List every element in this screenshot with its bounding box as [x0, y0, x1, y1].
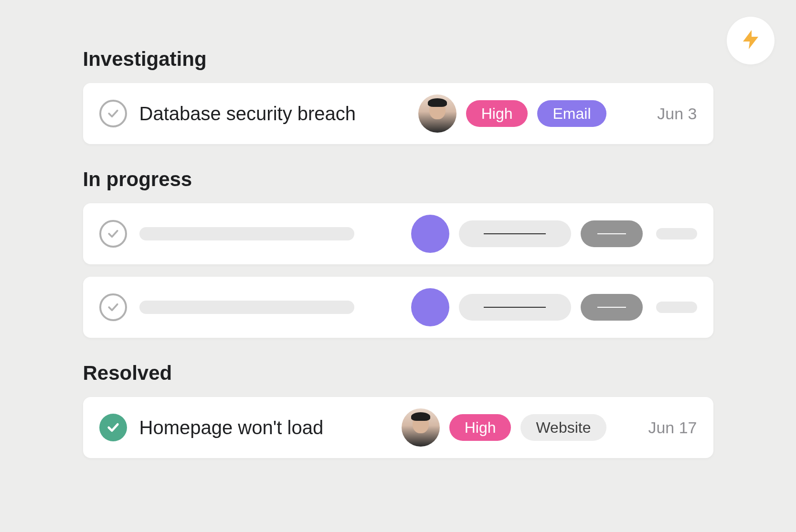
complete-task-button[interactable]: [99, 293, 127, 321]
category-pill[interactable]: Website: [520, 414, 606, 441]
priority-pill-placeholder: [459, 294, 571, 321]
priority-pill[interactable]: High: [466, 100, 528, 127]
section-heading: In progress: [83, 168, 713, 191]
task-title-placeholder: [139, 227, 354, 240]
priority-pill[interactable]: High: [449, 414, 511, 441]
priority-pill-placeholder: [459, 220, 571, 247]
task-row-placeholder[interactable]: [83, 277, 713, 338]
section-investigating: Investigating Database security breach H…: [83, 48, 713, 144]
section-heading: Resolved: [83, 362, 713, 385]
rules-button[interactable]: [727, 17, 775, 64]
assignee-avatar-placeholder: [411, 215, 449, 253]
task-date-placeholder: [656, 302, 697, 313]
task-date-placeholder: [656, 228, 697, 240]
task-date: Jun 3: [626, 104, 697, 123]
task-title-placeholder: [139, 301, 354, 314]
complete-task-button[interactable]: [99, 100, 127, 127]
task-board: Investigating Database security breach H…: [83, 48, 713, 458]
task-row-placeholder[interactable]: [83, 203, 713, 264]
assignee-avatar-placeholder: [411, 288, 449, 326]
section-in-progress: In progress: [83, 168, 713, 338]
lightning-icon: [739, 28, 762, 53]
category-pill[interactable]: Email: [537, 100, 606, 127]
complete-task-button[interactable]: [99, 220, 127, 248]
category-pill-placeholder: [581, 294, 643, 321]
assignee-avatar[interactable]: [418, 94, 456, 133]
task-title: Database security breach: [139, 103, 418, 125]
section-heading: Investigating: [83, 48, 713, 71]
section-resolved: Resolved Homepage won't load High Websit…: [83, 362, 713, 458]
task-row[interactable]: Database security breach High Email Jun …: [83, 83, 713, 144]
task-date: Jun 17: [626, 418, 697, 437]
task-title: Homepage won't load: [139, 417, 402, 438]
assignee-avatar[interactable]: [402, 408, 440, 447]
task-row[interactable]: Homepage won't load High Website Jun 17: [83, 397, 713, 458]
category-pill-placeholder: [581, 220, 643, 247]
complete-task-button[interactable]: [99, 414, 127, 441]
